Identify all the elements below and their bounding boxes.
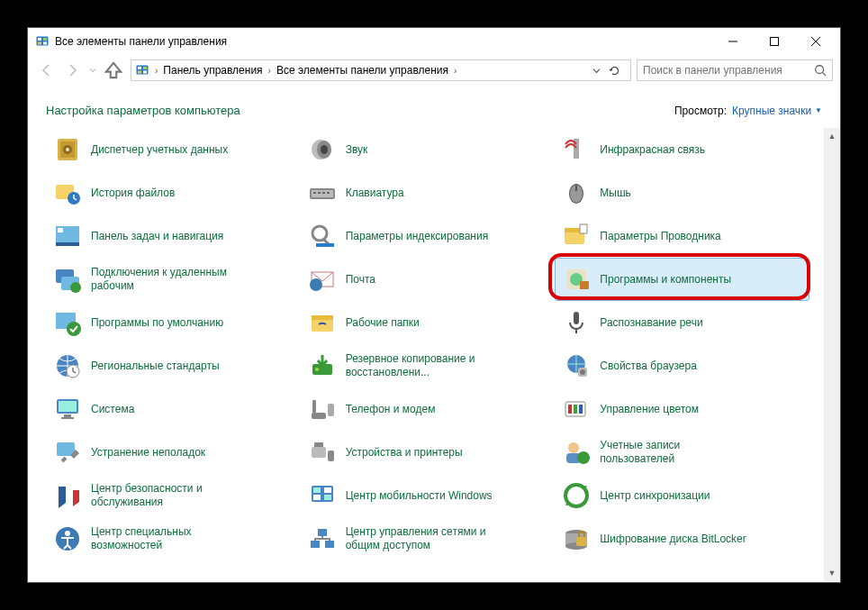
cpl-item[interactable]: Рабочие папки	[301, 301, 556, 344]
cpl-item[interactable]: Управление цветом	[555, 387, 809, 431]
cpl-item-label: Система	[91, 403, 134, 416]
scroll-up-button[interactable]: ▲	[824, 128, 840, 144]
cpl-item-icon	[308, 524, 337, 553]
breadcrumb-segment[interactable]: Все элементы панели управления	[273, 64, 452, 77]
cpl-item-label: Диспетчер учетных данных	[91, 143, 228, 157]
cpl-item-icon	[308, 351, 337, 380]
cpl-item-icon	[308, 222, 337, 250]
cpl-item[interactable]: Шифрование диска BitLocker	[555, 517, 809, 560]
cpl-item-label: Шифрование диска BitLocker	[600, 533, 746, 546]
cpl-item-label: Устранение неполадок	[91, 446, 205, 460]
maximize-button[interactable]	[754, 29, 795, 54]
search-box[interactable]	[637, 59, 833, 81]
page-header: Настройка параметров компьютера Просмотр…	[28, 86, 840, 128]
cpl-item-label: Центр специальных возможностей	[91, 525, 244, 552]
cpl-item-icon	[308, 135, 337, 164]
cpl-item[interactable]: Система	[46, 387, 301, 431]
cpl-item[interactable]: Инфракрасная связь	[555, 128, 809, 171]
cpl-item-icon	[562, 351, 591, 380]
nav-back-button[interactable]	[35, 59, 59, 82]
cpl-item-label: Распознавание речи	[600, 316, 702, 330]
search-input[interactable]	[643, 64, 814, 77]
window-title: Все элементы панели управления	[55, 35, 712, 48]
cpl-item-icon	[53, 178, 82, 207]
cpl-item-label: Панель задач и навигация	[91, 230, 223, 243]
cpl-item-label: Резервное копирование и восстановлени...	[346, 352, 499, 379]
cpl-item-label: История файлов	[91, 187, 175, 200]
cpl-item-icon	[562, 178, 591, 207]
cpl-item[interactable]: Мышь	[555, 171, 809, 214]
cpl-item-label: Подключения к удаленным рабочим	[91, 266, 244, 293]
cpl-item-label: Учетные записи пользователей	[600, 439, 753, 466]
titlebar: Все элементы панели управления	[28, 28, 840, 55]
cpl-item[interactable]: Телефон и модем	[301, 387, 556, 431]
cpl-item[interactable]: Программы и компоненты	[555, 258, 809, 301]
cpl-item[interactable]: Центр специальных возможностей	[46, 517, 301, 560]
cpl-item-icon	[53, 438, 82, 467]
cpl-item-icon	[53, 481, 82, 510]
cpl-item[interactable]: Клавиатура	[301, 171, 556, 214]
close-button[interactable]	[795, 29, 836, 54]
nav-history-dropdown[interactable]	[86, 59, 100, 82]
breadcrumb-sep-icon[interactable]: ›	[153, 66, 159, 76]
cpl-item[interactable]: Диспетчер учетных данных	[46, 128, 301, 171]
cpl-item-icon	[308, 178, 337, 207]
cpl-item-icon	[53, 135, 82, 164]
breadcrumb-segment[interactable]: Панель управления	[159, 64, 266, 77]
view-mode-dropdown[interactable]: Крупные значки ▼	[732, 105, 822, 117]
scrollbar-vertical[interactable]: ▲ ▼	[824, 128, 840, 581]
cpl-item-label: Центр мобильности Windows	[346, 489, 493, 503]
svg-point-88	[816, 66, 824, 74]
cpl-item[interactable]: Учетные записи пользователей	[555, 431, 809, 474]
content-area: Диспетчер учетных данныхЗвукИнфракрасная…	[28, 128, 824, 581]
cpl-item[interactable]: История файлов	[46, 171, 301, 214]
cpl-item[interactable]: Центр управления сетями и общим доступом	[301, 517, 556, 560]
cpl-item[interactable]: Свойства браузера	[555, 344, 809, 387]
cpl-item[interactable]: Программы по умолчанию	[46, 301, 301, 344]
breadcrumb-sep-icon[interactable]: ›	[452, 66, 458, 76]
cpl-item[interactable]: Региональные стандарты	[46, 344, 301, 387]
nav-forward-button[interactable]	[60, 59, 84, 82]
cpl-item[interactable]: Устранение неполадок	[46, 431, 301, 474]
cpl-item-icon	[53, 222, 82, 250]
cpl-item-label: Региональные стандарты	[91, 360, 220, 373]
cpl-item-icon	[562, 308, 591, 337]
cpl-item[interactable]: Резервное копирование и восстановлени...	[301, 344, 556, 387]
cpl-item-icon	[562, 265, 591, 294]
cpl-item[interactable]: Звук	[301, 128, 556, 171]
cpl-item-icon	[53, 265, 82, 294]
cpl-item[interactable]: Подключения к удаленным рабочим	[46, 258, 301, 301]
minimize-button[interactable]	[712, 29, 754, 54]
cpl-item-icon	[53, 395, 82, 423]
cpl-item[interactable]: Распознавание речи	[555, 301, 809, 344]
page-title: Настройка параметров компьютера	[46, 104, 240, 117]
cpl-item[interactable]: Устройства и принтеры	[301, 431, 556, 474]
cpl-item-label: Почта	[346, 273, 375, 287]
navigation-row: › Панель управления › Все элементы панел…	[28, 55, 840, 86]
cpl-item[interactable]: Центр синхронизации	[555, 474, 809, 517]
cpl-item-icon	[53, 308, 82, 337]
nav-up-button[interactable]	[102, 59, 125, 82]
cpl-item-icon	[308, 308, 337, 337]
cpl-item-label: Клавиатура	[346, 187, 404, 200]
cpl-item-label: Свойства браузера	[600, 360, 697, 373]
control-panel-icon	[35, 34, 50, 49]
cpl-item[interactable]: Панель задач и навигация	[46, 214, 301, 258]
cpl-item-icon	[562, 395, 591, 423]
cpl-item[interactable]: Параметры Проводника	[555, 214, 809, 258]
cpl-item-icon	[308, 481, 337, 510]
cpl-item-icon	[53, 524, 82, 553]
address-dropdown-button[interactable]	[592, 67, 609, 75]
address-bar[interactable]: › Панель управления › Все элементы панел…	[131, 59, 631, 81]
control-panel-icon	[135, 63, 149, 77]
breadcrumb-sep-icon[interactable]: ›	[267, 66, 273, 76]
refresh-button[interactable]	[609, 65, 627, 77]
cpl-item[interactable]: Центр безопасности и обслуживания	[46, 474, 301, 517]
scroll-down-button[interactable]: ▼	[824, 565, 840, 581]
cpl-item[interactable]: Почта	[301, 258, 556, 301]
cpl-item-label: Мышь	[600, 187, 631, 200]
cpl-item[interactable]: Центр мобильности Windows	[301, 474, 556, 517]
cpl-item[interactable]: Параметры индексирования	[301, 214, 556, 258]
cpl-item-label: Центр управления сетями и общим доступом	[346, 525, 499, 552]
cpl-item-label: Устройства и принтеры	[346, 446, 463, 460]
